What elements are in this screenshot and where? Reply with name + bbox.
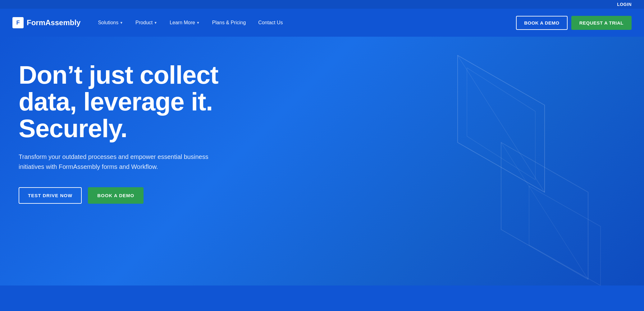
chevron-down-icon: ▼: [120, 21, 123, 25]
hero-buttons: TEST DRIVE NOW BOOK A DEMO: [19, 187, 249, 204]
svg-marker-0: [458, 55, 545, 192]
hero-title: Don’t just collect data, leverage it. Se…: [19, 62, 249, 142]
nav-links: Solutions ▼ Product ▼ Learn More ▼ Plans…: [93, 17, 516, 28]
request-trial-button[interactable]: REQUEST A TRIAL: [571, 16, 632, 30]
login-link[interactable]: LOGIN: [617, 2, 632, 7]
svg-marker-2: [467, 68, 535, 180]
svg-marker-5: [529, 186, 601, 285]
hero-decoration: [290, 37, 644, 285]
svg-marker-1: [501, 142, 588, 279]
hero-content: Don’t just collect data, leverage it. Se…: [19, 62, 249, 204]
nav-item-learn-more[interactable]: Learn More ▼: [165, 17, 205, 28]
top-bar: LOGIN: [0, 0, 644, 9]
book-demo-button[interactable]: BOOK A DEMO: [516, 16, 568, 30]
navbar: F FormAssembly Solutions ▼ Product ▼ Lea…: [0, 9, 644, 37]
nav-item-solutions[interactable]: Solutions ▼: [93, 17, 128, 28]
test-drive-button[interactable]: TEST DRIVE NOW: [19, 187, 82, 204]
nav-item-product[interactable]: Product ▼: [130, 17, 162, 28]
hero-book-demo-button[interactable]: BOOK A DEMO: [88, 187, 144, 204]
chevron-down-icon: ▼: [154, 21, 157, 25]
svg-line-4: [501, 142, 588, 279]
nav-item-plans-pricing[interactable]: Plans & Pricing: [207, 17, 251, 28]
logo-name: FormAssembly: [27, 18, 80, 27]
hero-subtitle: Transform your outdated processes and em…: [19, 152, 211, 172]
logo-icon: F: [12, 17, 24, 28]
nav-item-contact-us[interactable]: Contact Us: [253, 17, 288, 28]
chevron-down-icon: ▼: [196, 21, 200, 25]
svg-line-3: [458, 55, 545, 192]
hero-section: Don’t just collect data, leverage it. Se…: [0, 37, 644, 285]
logo[interactable]: F FormAssembly: [12, 17, 80, 28]
nav-buttons: BOOK A DEMO REQUEST A TRIAL: [516, 16, 632, 30]
